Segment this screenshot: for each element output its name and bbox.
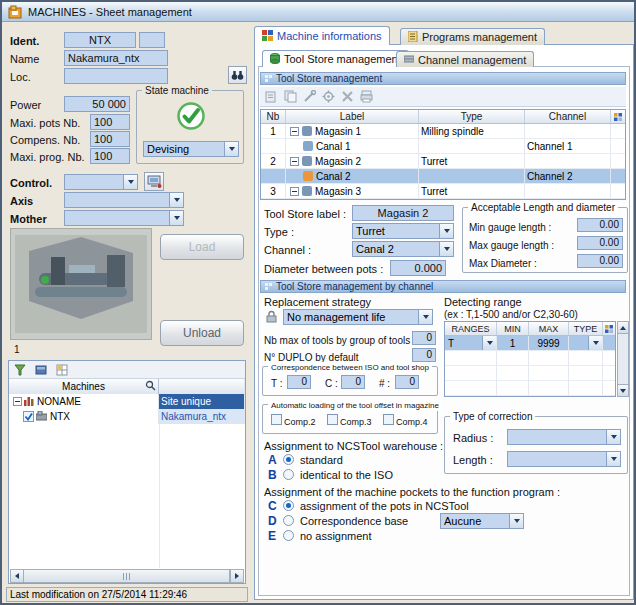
table-row-selected[interactable]: Canal 2 Channel 2 (261, 169, 625, 184)
col-max[interactable]: MAX (529, 322, 569, 335)
maxi-pots-field[interactable]: 100 (90, 114, 130, 130)
print-icon[interactable] (358, 89, 374, 105)
scroll-up-icon[interactable] (618, 322, 628, 334)
col-min[interactable]: MIN (497, 322, 529, 335)
duplo-field[interactable]: 0 (412, 348, 436, 362)
nb-max-field[interactable]: 0 (412, 331, 436, 345)
expander-icon[interactable] (13, 397, 22, 406)
comp4-checkbox[interactable] (383, 414, 394, 425)
column-chooser-icon[interactable] (611, 110, 625, 123)
scroll-right-icon[interactable] (230, 570, 243, 582)
detecting-row-selected[interactable]: T 1 9999 (445, 336, 615, 351)
ident-index-field[interactable] (139, 32, 165, 48)
option-d-label[interactable]: Correspondence base (300, 515, 408, 528)
chevron-down-icon[interactable] (169, 193, 183, 207)
option-b-label[interactable]: identical to the ISO (300, 469, 393, 482)
col-label[interactable]: Label (286, 110, 419, 123)
machine-3d-preview[interactable] (10, 228, 152, 340)
columns-icon[interactable] (54, 362, 70, 378)
tool-store-label-field[interactable]: Magasin 2 (352, 205, 454, 221)
comp3-checkbox[interactable] (327, 414, 338, 425)
find-button[interactable] (228, 66, 247, 84)
site-value[interactable]: Site unique (159, 394, 245, 409)
max-diameter-field[interactable]: 0.00 (577, 254, 623, 268)
chevron-down-icon[interactable] (224, 142, 238, 156)
add-tool-store-icon[interactable] (263, 89, 279, 105)
chevron-down-icon[interactable] (588, 336, 602, 350)
tab-machine-informations[interactable]: Machine informations (254, 26, 390, 45)
machine-checkbox[interactable] (23, 411, 34, 422)
chevron-down-icon[interactable] (509, 514, 523, 528)
chevron-down-icon[interactable] (606, 452, 620, 466)
chevron-down-icon[interactable] (439, 224, 453, 238)
delete-icon[interactable] (339, 89, 355, 105)
loc-field[interactable] (64, 68, 168, 84)
power-field[interactable]: 50 000 (64, 96, 130, 112)
state-machine-select[interactable]: Devising (143, 141, 239, 157)
tab-tool-store-management[interactable]: Tool Store management (262, 50, 409, 67)
mother-select[interactable] (64, 210, 184, 226)
chevron-down-icon[interactable] (418, 310, 432, 324)
col-ranges[interactable]: RANGES (445, 322, 497, 335)
min-gauge-field[interactable]: 0.00 (577, 218, 623, 232)
machine-sheet-name[interactable]: Nakamura_ntx (159, 409, 245, 424)
expander-icon[interactable] (290, 187, 299, 196)
table-row[interactable]: 2 Magasin 2 Turret (261, 154, 625, 169)
scrollbar-thumb[interactable] (24, 570, 230, 582)
tool-table-header[interactable]: Nb Label Type Channel (261, 110, 625, 124)
scroll-down-icon[interactable] (618, 384, 628, 396)
chevron-down-icon[interactable] (606, 430, 620, 444)
t-field[interactable]: 0 (287, 375, 311, 389)
scroll-left-icon[interactable] (11, 570, 24, 582)
axis-select[interactable] (64, 192, 184, 208)
option-a-radio[interactable] (283, 454, 294, 465)
col-nb[interactable]: Nb (261, 110, 286, 123)
col-type[interactable]: TYPE (569, 322, 603, 335)
compens-field[interactable]: 100 (90, 131, 130, 147)
settings-icon[interactable] (320, 89, 336, 105)
table-row[interactable]: 1 Magasin 1 Milling spindle (261, 124, 625, 139)
chevron-down-icon[interactable] (169, 211, 183, 225)
option-c-label[interactable]: assignment of the pots in NCSTool (300, 500, 469, 513)
ident-field[interactable]: NTX (64, 32, 136, 48)
max-gauge-field[interactable]: 0.00 (577, 236, 623, 250)
detecting-header[interactable]: RANGES MIN MAX TYPE (445, 322, 615, 336)
replacement-select[interactable]: No management life (283, 309, 433, 325)
chevron-down-icon[interactable] (123, 175, 137, 189)
col-type[interactable]: Type (419, 110, 525, 123)
option-b-radio[interactable] (283, 469, 294, 480)
machines-hscrollbar[interactable] (10, 569, 244, 583)
length-select[interactable] (507, 451, 621, 467)
type-select[interactable]: Turret (352, 223, 454, 239)
control-select[interactable] (64, 174, 138, 190)
option-e-label[interactable]: no assignment (300, 530, 372, 543)
chevron-down-icon[interactable] (482, 336, 496, 350)
radius-select[interactable] (507, 429, 621, 445)
option-a-label[interactable]: standard (300, 454, 343, 467)
detecting-vscrollbar[interactable] (617, 321, 629, 397)
chevron-down-icon[interactable] (439, 242, 453, 256)
copy-tool-store-icon[interactable] (282, 89, 298, 105)
expander-icon[interactable] (290, 127, 299, 136)
machines-list-header[interactable]: Machines (9, 379, 245, 394)
tab-programs-management[interactable]: Programs management (400, 28, 545, 45)
detecting-row-empty[interactable] (445, 366, 615, 381)
diameter-field[interactable]: 0.000 (390, 260, 446, 276)
table-row[interactable]: NTX Nakamura_ntx (9, 409, 245, 424)
tab-channel-management[interactable]: Channel management (396, 51, 534, 67)
option-e-radio[interactable] (283, 530, 294, 541)
comp2-checkbox[interactable] (271, 414, 282, 425)
maxi-prog-field[interactable]: 100 (90, 148, 130, 164)
filter-icon[interactable] (12, 362, 28, 378)
scrollbar-track[interactable] (618, 334, 628, 384)
column-chooser-icon[interactable] (603, 322, 615, 335)
load-button[interactable]: Load (160, 234, 244, 260)
col-channel[interactable]: Channel (525, 110, 611, 123)
option-d-radio[interactable] (283, 515, 294, 526)
c-field[interactable]: 0 (341, 375, 365, 389)
hash-field[interactable]: 0 (395, 375, 419, 389)
option-c-radio[interactable] (283, 500, 294, 511)
search-icon[interactable] (145, 380, 156, 393)
correspondence-base-select[interactable]: Aucune (440, 513, 524, 529)
table-row[interactable]: Canal 1 Channel 1 (261, 139, 625, 154)
